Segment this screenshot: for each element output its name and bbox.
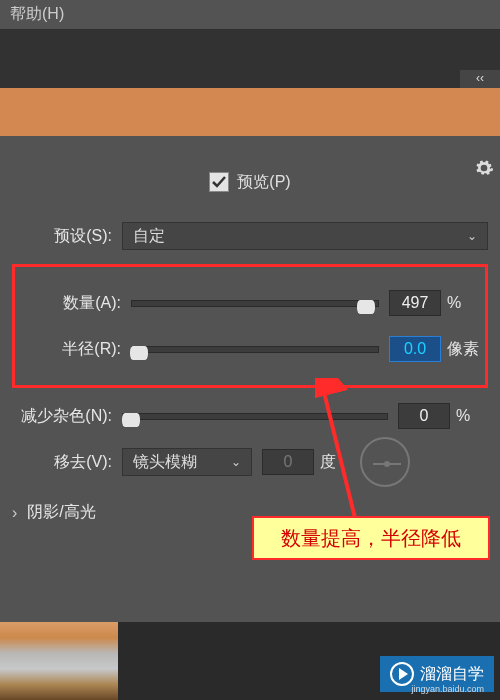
smart-sharpen-panel: 预览(P) 预设(S): 自定 ⌄ 数量(A): 497 % 半径(R): 0.… xyxy=(0,136,500,539)
chevron-down-icon: ⌄ xyxy=(231,455,241,469)
annotation-callout: 数量提高，半径降低 xyxy=(252,516,490,560)
radius-label: 半径(R): xyxy=(21,339,131,360)
angle-dial[interactable] xyxy=(360,437,410,487)
radius-unit: 像素 xyxy=(447,339,479,360)
preview-label: 预览(P) xyxy=(237,172,290,193)
amount-unit: % xyxy=(447,294,479,312)
noise-row: 减少杂色(N): 0 % xyxy=(12,398,488,434)
preset-row: 预设(S): 自定 ⌄ xyxy=(12,218,488,254)
noise-unit: % xyxy=(456,407,488,425)
noise-slider[interactable] xyxy=(122,413,388,420)
radius-input[interactable]: 0.0 xyxy=(389,336,441,362)
document-tab-strip: ‹‹ xyxy=(0,30,500,88)
highlight-box: 数量(A): 497 % 半径(R): 0.0 像素 xyxy=(12,264,488,388)
check-icon xyxy=(211,174,227,190)
chevron-down-icon: ⌄ xyxy=(467,229,477,243)
thumbnail-strip: 溜溜自学 jingyan.baidu.com xyxy=(0,622,500,700)
radius-thumb[interactable] xyxy=(130,346,148,360)
angle-unit: 度 xyxy=(320,452,352,473)
remove-label: 移去(V): xyxy=(12,452,122,473)
remove-row: 移去(V): 镜头模糊 ⌄ 0 度 xyxy=(12,444,488,480)
preview-checkbox[interactable] xyxy=(209,172,229,192)
radius-slider[interactable] xyxy=(131,346,379,353)
play-icon xyxy=(390,662,414,686)
shadow-highlight-label: 阴影/高光 xyxy=(27,502,95,523)
image-canvas-edge xyxy=(0,88,500,136)
watermark-logo: 溜溜自学 jingyan.baidu.com xyxy=(380,656,494,692)
amount-input[interactable]: 497 xyxy=(389,290,441,316)
amount-row: 数量(A): 497 % xyxy=(21,285,479,321)
radius-row: 半径(R): 0.0 像素 xyxy=(21,331,479,367)
amount-slider[interactable] xyxy=(131,300,379,307)
amount-thumb[interactable] xyxy=(357,300,375,314)
preview-row: 预览(P) xyxy=(12,164,488,200)
gear-icon[interactable] xyxy=(474,158,494,182)
amount-label: 数量(A): xyxy=(21,293,131,314)
noise-input[interactable]: 0 xyxy=(398,403,450,429)
help-menu[interactable]: 帮助(H) xyxy=(10,5,64,22)
preset-label: 预设(S): xyxy=(12,226,122,247)
remove-select[interactable]: 镜头模糊 ⌄ xyxy=(122,448,252,476)
menu-bar: 帮助(H) xyxy=(0,0,500,30)
logo-text: 溜溜自学 xyxy=(420,664,484,685)
preset-select[interactable]: 自定 ⌄ xyxy=(122,222,488,250)
noise-thumb[interactable] xyxy=(122,413,140,427)
chevron-right-icon: › xyxy=(12,504,17,522)
angle-input: 0 xyxy=(262,449,314,475)
image-thumbnail[interactable] xyxy=(0,622,118,700)
remove-value: 镜头模糊 xyxy=(133,452,197,473)
noise-label: 减少杂色(N): xyxy=(12,406,122,427)
preset-value: 自定 xyxy=(133,226,165,247)
panel-collapse-button[interactable]: ‹‹ xyxy=(460,70,500,88)
logo-sub: jingyan.baidu.com xyxy=(411,684,484,694)
